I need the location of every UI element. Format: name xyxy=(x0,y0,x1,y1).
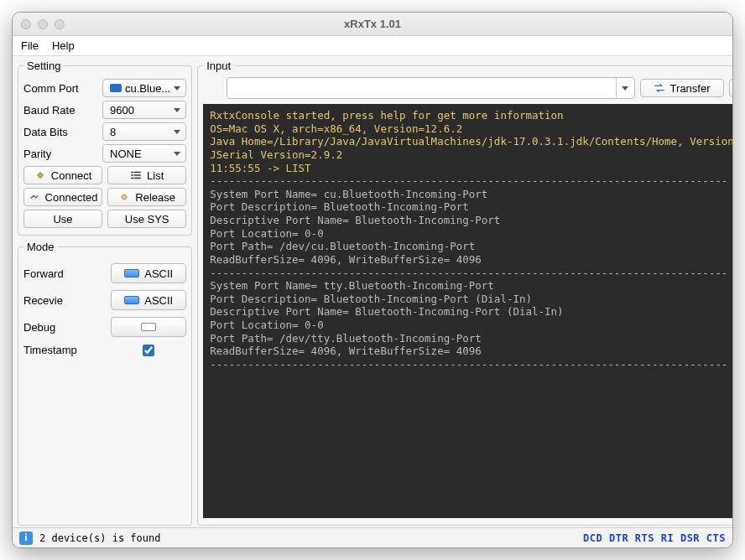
connected-button[interactable]: Connected xyxy=(23,188,102,206)
right-panel: Input Transfer xyxy=(197,60,732,526)
transfer-icon xyxy=(654,82,665,94)
toggle-knob-icon xyxy=(124,269,139,277)
menubar: File Help xyxy=(13,36,732,56)
chevron-down-icon[interactable] xyxy=(616,78,634,98)
toggle-knob-icon xyxy=(141,323,156,331)
parity-select[interactable]: NONE xyxy=(102,144,186,163)
comm-port-label: Comm Port xyxy=(23,82,99,95)
clear-button[interactable]: Clear xyxy=(729,79,732,97)
titlebar: xRxTx 1.01 xyxy=(13,13,732,36)
parity-value: NONE xyxy=(110,148,142,160)
setting-panel: Setting Comm Port cu.Blue... Baud Rate 9… xyxy=(18,60,192,236)
timestamp-checkbox[interactable] xyxy=(143,345,154,356)
input-field[interactable] xyxy=(227,78,615,98)
input-panel: Input Transfer xyxy=(197,60,732,526)
info-icon: i xyxy=(19,531,33,545)
maximize-icon[interactable] xyxy=(55,19,65,29)
use-sys-button[interactable]: Use SYS xyxy=(107,210,186,228)
menu-file[interactable]: File xyxy=(21,39,39,52)
mode-legend: Mode xyxy=(23,241,58,253)
comm-port-select[interactable]: cu.Blue... xyxy=(102,79,186,97)
close-icon[interactable] xyxy=(21,19,31,29)
recevie-label: Recevie xyxy=(23,294,63,307)
list-icon xyxy=(130,169,142,181)
baud-rate-value: 9600 xyxy=(110,104,134,117)
statusbar: i 2 device(s) is found DCD DTR RTS RI DS… xyxy=(13,527,732,547)
use-button[interactable]: Use xyxy=(23,210,102,228)
list-button[interactable]: List xyxy=(107,166,186,184)
app-window: xRxTx 1.01 File Help Setting Comm Port c… xyxy=(12,12,733,548)
forward-toggle[interactable]: ASCII xyxy=(111,263,186,283)
minimize-icon[interactable] xyxy=(38,19,48,29)
console-output[interactable]: RxtxConsole started, press help for get … xyxy=(203,104,732,518)
window-controls xyxy=(21,19,65,29)
input-combo[interactable] xyxy=(227,77,634,99)
baud-rate-select[interactable]: 9600 xyxy=(102,101,186,119)
setting-legend: Setting xyxy=(23,60,64,72)
content-area: Setting Comm Port cu.Blue... Baud Rate 9… xyxy=(13,56,732,527)
port-icon xyxy=(110,84,122,92)
timestamp-label: Timestamp xyxy=(23,344,77,356)
release-button[interactable]: Release xyxy=(107,188,186,206)
window-title: xRxTx 1.01 xyxy=(13,18,732,30)
left-panel: Setting Comm Port cu.Blue... Baud Rate 9… xyxy=(18,60,192,526)
forward-label: Forward xyxy=(23,267,64,280)
input-bar: Transfer Clear xyxy=(203,75,732,104)
status-message: 2 device(s) is found xyxy=(39,532,161,544)
data-bits-value: 8 xyxy=(110,126,116,138)
debug-label: Debug xyxy=(23,321,55,334)
data-bits-select[interactable]: 8 xyxy=(102,122,186,141)
baud-rate-label: Baud Rate xyxy=(23,104,99,117)
mode-panel: Mode Forward ASCII Recevie ASCII xyxy=(18,241,192,526)
debug-toggle[interactable] xyxy=(111,317,186,337)
recevie-toggle[interactable]: ASCII xyxy=(111,290,186,310)
console-ports: ----------------------------------------… xyxy=(210,174,727,371)
plug-icon xyxy=(34,169,46,181)
forward-value: ASCII xyxy=(144,267,173,280)
release-icon xyxy=(118,191,130,203)
toggle-knob-icon xyxy=(124,296,139,304)
comm-port-value: cu.Blue... xyxy=(125,82,170,95)
input-legend: Input xyxy=(203,60,234,72)
transfer-button[interactable]: Transfer xyxy=(640,79,724,97)
signal-indicators: DCD DTR RTS RI DSR CTS xyxy=(583,532,726,544)
data-bits-label: Data Bits xyxy=(23,126,99,138)
parity-label: Parity xyxy=(23,148,99,160)
recevie-value: ASCII xyxy=(144,294,173,307)
console-startup: RxtxConsole started, press help for get … xyxy=(210,109,732,174)
menu-help[interactable]: Help xyxy=(52,39,75,52)
connect-button[interactable]: Connect xyxy=(23,166,102,184)
plug-connected-icon xyxy=(29,191,40,203)
